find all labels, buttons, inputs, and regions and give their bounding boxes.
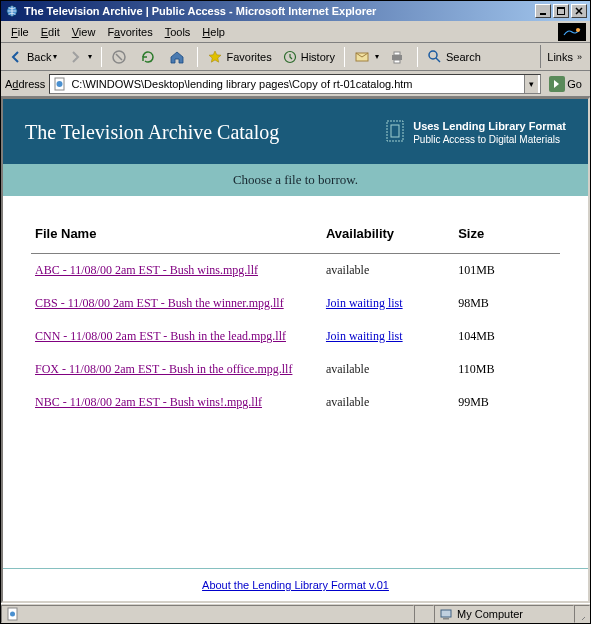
availability-text: available [326,395,369,409]
catalog-table: File Name Availability Size ABC - 11/08/… [31,220,560,419]
page-title: The Television Archive Catalog [25,121,385,144]
maximize-button[interactable] [553,4,569,18]
mail-icon [354,49,370,65]
search-button[interactable]: Search [422,47,486,67]
page-body: The Television Archive Catalog Uses Lend… [3,99,588,601]
forward-arrow-icon [67,49,83,65]
computer-icon [439,607,453,621]
separator [101,47,102,67]
print-button[interactable] [384,47,413,67]
stop-button[interactable] [106,47,135,67]
star-icon [207,49,223,65]
ie-icon [4,3,20,19]
address-bar: Address C:\WINDOWS\Desktop\lending libra… [1,71,590,97]
menu-edit[interactable]: Edit [35,25,66,39]
size-text: 101MB [454,253,560,287]
separator [344,47,345,67]
file-link[interactable]: CNN - 11/08/00 2am EST - Bush in the lea… [35,329,286,343]
menu-tools[interactable]: Tools [159,25,197,39]
chevron-down-icon: ▾ [375,52,379,61]
menu-view[interactable]: View [66,25,102,39]
address-url: C:\WINDOWS\Desktop\lending library pages… [71,78,524,90]
menu-bar: File Edit View Favorites Tools Help [1,21,590,43]
menu-file[interactable]: File [5,25,35,39]
footer-link[interactable]: About the Lending Library Format v.01 [202,579,389,591]
table-row: CBS - 11/08/00 2am EST - Bush the winner… [31,287,560,320]
stop-icon [111,49,127,65]
favorites-button[interactable]: Favorites [202,47,276,67]
svg-rect-3 [557,7,565,9]
links-label: Links [547,51,573,63]
back-label: Back [27,51,51,63]
status-bar: My Computer [1,603,590,623]
minimize-button[interactable] [535,4,551,18]
page-icon [6,607,20,621]
history-icon [282,49,298,65]
library-format-icon [385,119,405,143]
history-label: History [301,51,335,63]
resize-grip[interactable] [574,605,590,623]
file-link[interactable]: FOX - 11/08/00 2am EST - Bush in the off… [35,362,292,376]
file-link[interactable]: NBC - 11/08/00 2am EST - Bush wins!.mpg.… [35,395,262,409]
size-text: 104MB [454,320,560,353]
address-dropdown[interactable]: ▾ [524,75,538,93]
search-icon [427,49,443,65]
svg-point-12 [429,51,437,59]
history-button[interactable]: History [277,47,340,67]
file-link[interactable]: CBS - 11/08/00 2am EST - Bush the winner… [35,296,284,310]
refresh-button[interactable] [135,47,164,67]
size-text: 99MB [454,386,560,419]
svg-rect-1 [540,13,546,15]
status-cell [414,605,434,623]
address-label: Address [5,78,45,90]
go-label: Go [567,78,582,90]
page-icon [52,76,68,92]
toolbar: Back ▾ ▾ Favorites History ▾ Search Link… [1,43,590,71]
mail-button[interactable]: ▾ [349,47,384,67]
banner-side: Uses Lending Library Format Public Acces… [385,119,566,146]
links-panel[interactable]: Links » [540,45,588,68]
go-arrow-icon [549,76,565,92]
svg-rect-10 [394,52,400,55]
file-link[interactable]: ABC - 11/08/00 2am EST - Bush wins.mpg.l… [35,263,258,277]
forward-button[interactable]: ▾ [62,47,97,67]
page-footer: About the Lending Library Format v.01 [3,568,588,601]
separator [417,47,418,67]
column-header-availability: Availability [322,220,454,251]
table-row: FOX - 11/08/00 2am EST - Bush in the off… [31,353,560,386]
waiting-list-link[interactable]: Join waiting list [326,296,403,310]
waiting-list-link[interactable]: Join waiting list [326,329,403,343]
search-label: Search [446,51,481,63]
size-text: 110MB [454,353,560,386]
separator [197,47,198,67]
address-input[interactable]: C:\WINDOWS\Desktop\lending library pages… [49,74,541,94]
svg-rect-9 [392,55,402,60]
menu-help[interactable]: Help [196,25,231,39]
size-text: 98MB [454,287,560,320]
svg-rect-16 [391,125,399,137]
table-row: NBC - 11/08/00 2am EST - Bush wins!.mpg.… [31,386,560,419]
go-button[interactable]: Go [545,76,586,92]
svg-rect-20 [443,618,449,620]
home-button[interactable] [164,47,193,67]
banner-side-line1: Uses Lending Library Format [413,119,566,133]
banner-side-line2: Public Access to Digital Materials [413,133,566,146]
status-zone-text: My Computer [457,608,523,620]
status-zone: My Computer [434,605,574,623]
availability-text: available [326,263,369,277]
chevron-down-icon: ▾ [53,52,57,61]
menu-favorites[interactable]: Favorites [101,25,158,39]
svg-rect-19 [441,610,451,617]
back-button[interactable]: Back ▾ [3,47,62,67]
window-title: The Television Archive | Public Access -… [24,5,535,17]
title-bar: The Television Archive | Public Access -… [1,1,590,21]
page-prompt: Choose a file to borrow. [3,164,588,196]
table-row: CNN - 11/08/00 2am EST - Bush in the lea… [31,320,560,353]
refresh-icon [140,49,156,65]
chevron-right-icon: » [577,52,582,62]
home-icon [169,49,185,65]
status-main [1,605,414,623]
close-button[interactable] [571,4,587,18]
window-buttons [535,4,587,18]
catalog-table-wrap: File Name Availability Size ABC - 11/08/… [3,196,588,568]
